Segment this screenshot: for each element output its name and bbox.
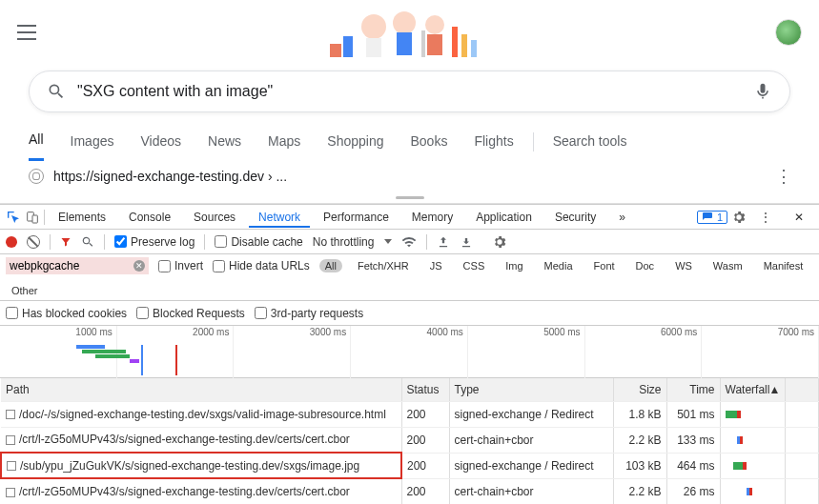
network-settings-icon[interactable]	[492, 234, 507, 250]
devtools-more-icon[interactable]: ⋮	[750, 207, 781, 228]
cell-waterfall	[720, 478, 785, 504]
tick: 7000 ms	[702, 326, 819, 378]
panel-memory[interactable]: Memory	[402, 207, 462, 228]
search-icon	[47, 82, 66, 101]
has-blocked-cookies-checkbox[interactable]: Has blocked cookies	[6, 307, 127, 320]
tab-videos[interactable]: Videos	[140, 124, 181, 160]
tick: 6000 ms	[585, 326, 703, 378]
settings-icon[interactable]	[731, 210, 747, 225]
col-path[interactable]: Path	[1, 378, 401, 401]
table-row[interactable]: /doc/-/s/signed-exchange-testing.dev/sxg…	[1, 401, 819, 427]
tab-shopping[interactable]: Shopping	[327, 124, 383, 160]
type-img[interactable]: Img	[500, 259, 528, 272]
result-url: https://signed-exchange-testing.dev › ..…	[53, 169, 287, 184]
menu-icon[interactable]	[17, 25, 36, 40]
panel-application[interactable]: Application	[466, 207, 542, 228]
cell-size: 1.8 kB	[613, 401, 666, 427]
disable-cache-checkbox[interactable]: Disable cache	[215, 235, 302, 249]
profile-avatar[interactable]	[775, 19, 802, 46]
blocked-requests-checkbox[interactable]: Blocked Requests	[136, 307, 245, 320]
type-fetchxhr[interactable]: Fetch/XHR	[352, 259, 415, 272]
cell-type: cert-chain+cbor	[449, 427, 613, 453]
upload-har-icon[interactable]	[437, 235, 450, 249]
tab-images[interactable]: Images	[71, 124, 114, 160]
type-wasm[interactable]: Wasm	[707, 259, 748, 272]
type-js[interactable]: JS	[424, 259, 448, 272]
clear-button[interactable]	[27, 235, 40, 249]
more-options-icon[interactable]: ⋮	[775, 166, 790, 187]
search-icon[interactable]	[81, 235, 94, 249]
panel-console[interactable]: Console	[119, 207, 180, 228]
search-box[interactable]	[29, 71, 790, 112]
type-ws[interactable]: WS	[669, 259, 698, 272]
table-row[interactable]: /crt/l-zG5oMUPv43/s/signed-exchange-test…	[1, 478, 819, 504]
row-checkbox[interactable]	[6, 410, 15, 419]
tab-flights[interactable]: Flights	[474, 124, 513, 160]
download-har-icon[interactable]	[460, 235, 473, 249]
col-status[interactable]: Status	[401, 378, 449, 401]
table-header-row: Path Status Type Size Time Waterfall ▲	[1, 378, 819, 401]
devtools-tabs: Elements Console Sources Network Perform…	[0, 205, 819, 230]
svg-point-7	[425, 15, 444, 34]
type-doc[interactable]: Doc	[630, 259, 661, 272]
devtools-panel: Elements Console Sources Network Perform…	[0, 204, 819, 504]
cell-status: 200	[401, 478, 449, 504]
search-result-row[interactable]: https://signed-exchange-testing.dev › ..…	[0, 161, 819, 192]
row-checkbox[interactable]	[6, 488, 15, 497]
panel-performance[interactable]: Performance	[314, 207, 399, 228]
preserve-log-checkbox[interactable]: Preserve log	[114, 235, 195, 249]
type-all[interactable]: All	[319, 259, 342, 272]
record-button[interactable]	[6, 236, 17, 248]
cell-waterfall	[720, 401, 785, 427]
panel-sources[interactable]: Sources	[184, 207, 245, 228]
tab-maps[interactable]: Maps	[268, 124, 300, 160]
tab-all[interactable]: All	[29, 122, 44, 161]
col-time[interactable]: Time	[666, 378, 720, 401]
svg-rect-10	[461, 34, 467, 57]
search-input[interactable]	[77, 83, 753, 100]
throttling-select[interactable]: No throttling	[313, 235, 392, 249]
hide-data-urls-checkbox[interactable]: Hide data URLs	[213, 259, 310, 272]
table-row[interactable]: /sub/ypu_jZuGukVK/s/signed-exchange-test…	[1, 453, 819, 478]
google-doodle[interactable]	[330, 6, 482, 59]
filter-input[interactable]	[6, 257, 149, 274]
devtools-resize-handle[interactable]	[0, 192, 819, 203]
col-size[interactable]: Size	[613, 378, 666, 401]
svg-rect-1	[343, 36, 353, 57]
row-checkbox[interactable]	[7, 461, 16, 471]
type-manifest[interactable]: Manifest	[758, 259, 809, 272]
type-css[interactable]: CSS	[458, 259, 491, 272]
panel-elements[interactable]: Elements	[49, 207, 115, 228]
svg-point-4	[393, 11, 416, 34]
col-waterfall[interactable]: Waterfall ▲	[720, 378, 785, 401]
cell-time: 501 ms	[666, 401, 720, 427]
devtools-close-icon[interactable]: ✕	[785, 207, 813, 228]
mic-icon[interactable]	[753, 82, 772, 101]
tab-books[interactable]: Books	[410, 124, 447, 160]
search-category-tabs: All Images Videos News Maps Shopping Boo…	[0, 122, 819, 161]
third-party-checkbox[interactable]: 3rd-party requests	[255, 307, 363, 320]
panel-more[interactable]: »	[609, 207, 635, 228]
invert-checkbox[interactable]: Invert	[158, 259, 203, 272]
device-toggle-icon[interactable]	[25, 210, 40, 225]
row-checkbox[interactable]	[6, 435, 15, 445]
cell-size: 103 kB	[613, 453, 666, 478]
network-overview-timeline[interactable]: 1000 ms 2000 ms 3000 ms 4000 ms 5000 ms …	[0, 326, 819, 378]
network-conditions-icon[interactable]	[401, 234, 417, 250]
filter-icon[interactable]	[60, 236, 72, 248]
clear-filter-icon[interactable]: ✕	[133, 260, 145, 272]
panel-security[interactable]: Security	[545, 207, 605, 228]
panel-network[interactable]: Network	[249, 207, 310, 228]
cell-size: 2.2 kB	[613, 478, 666, 504]
type-other[interactable]: Other	[6, 284, 44, 297]
tab-news[interactable]: News	[208, 124, 241, 160]
type-media[interactable]: Media	[539, 259, 579, 272]
issues-badge[interactable]: 1	[697, 211, 727, 224]
filter-input-wrap[interactable]: ✕	[6, 257, 149, 274]
type-font[interactable]: Font	[588, 259, 621, 272]
tab-search-tools[interactable]: Search tools	[553, 124, 627, 160]
cell-path: /crt/l-zG5oMUPv43/s/signed-exchange-test…	[1, 427, 401, 453]
inspect-icon[interactable]	[6, 210, 21, 225]
table-row[interactable]: /crt/l-zG5oMUPv43/s/signed-exchange-test…	[1, 427, 819, 453]
col-type[interactable]: Type	[449, 378, 613, 401]
